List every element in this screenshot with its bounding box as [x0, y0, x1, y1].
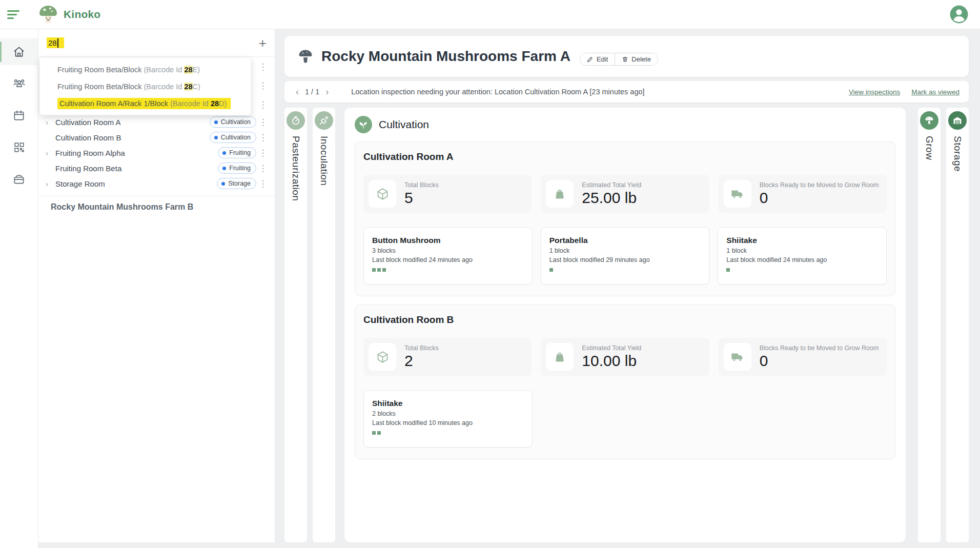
rail-qr-scan[interactable]	[0, 134, 38, 160]
stat-total-blocks: Total Blocks2	[363, 338, 532, 376]
badge-dot-icon	[222, 151, 226, 155]
expand-chevron-icon[interactable]: ›	[46, 149, 55, 157]
expand-chevron-icon[interactable]: ›	[46, 180, 55, 188]
next-chevron-icon[interactable]: ›	[323, 87, 331, 96]
stat-estimated-yield: Estimated Total Yield10.00 lb	[541, 338, 709, 376]
suggestion-item[interactable]: Fruiting Room Beta/Block (Barcode Id 28E…	[40, 61, 251, 78]
notification-page-indicator: 1 / 1	[305, 88, 319, 96]
row-menu-icon[interactable]: ⋮	[256, 118, 270, 127]
tree-row-fruiting-room-beta[interactable]: Fruiting Room Beta Fruiting ⋮	[38, 160, 275, 176]
mushroom-logo-icon	[38, 4, 58, 25]
row-menu-icon[interactable]: ⋮	[256, 179, 270, 188]
badge-dot-icon	[214, 120, 218, 124]
sprout-icon	[355, 116, 372, 133]
badge-dot-icon	[221, 182, 225, 186]
stage-name: Pasteurization	[290, 136, 301, 201]
qr-code-icon	[13, 141, 26, 154]
block-squares	[549, 268, 701, 272]
users-icon	[12, 77, 26, 91]
variety-card-portabella[interactable]: Portabella 1 block Last block modified 2…	[541, 227, 710, 285]
tree-row-storage-room[interactable]: › Storage Room Storage ⋮	[38, 176, 275, 191]
variety-card-shiitake[interactable]: Shiitake 2 blocks Last block modified 10…	[363, 390, 533, 448]
mark-as-viewed-link[interactable]: Mark as viewed	[911, 88, 959, 96]
cube-icon	[369, 180, 396, 208]
block-squares	[372, 268, 524, 272]
location-type-badge: Fruiting	[218, 147, 256, 158]
room-section-cultivation-b: Cultivation Room B Total Blocks2	[355, 305, 895, 459]
stat-total-blocks: Total Blocks5	[363, 175, 532, 213]
app-name: Kinoko	[64, 8, 100, 21]
location-type-badge: Cultivation	[210, 132, 256, 143]
badge-dot-icon	[214, 136, 218, 139]
stage-column-storage[interactable]: Storage	[946, 108, 969, 542]
trash-icon	[622, 56, 628, 63]
rail-calendar[interactable]	[0, 102, 38, 129]
tree-row-fruiting-room-alpha[interactable]: › Fruiting Room Alpha Fruiting ⋮	[38, 145, 275, 160]
rail-home[interactable]	[0, 38, 38, 65]
rail-users[interactable]	[0, 70, 38, 97]
tree-row-farm-b[interactable]: Rocky Mountain Mushrooms Farm B	[38, 196, 275, 212]
calendar-icon	[12, 109, 26, 122]
stage-column-inoculation[interactable]: Inoculation	[313, 108, 335, 542]
cube-icon	[369, 343, 396, 371]
main-content: Rocky Mountain Mushrooms Farm A Edit Del…	[275, 29, 980, 542]
block-squares	[372, 431, 524, 435]
suggestion-item[interactable]: Fruiting Room Beta/Block (Barcode Id 28C…	[40, 78, 251, 95]
room-title: Cultivation Room A	[363, 151, 887, 163]
notification-message: Location inspection needing your attenti…	[351, 88, 644, 96]
stage-name: Grow	[924, 136, 935, 160]
search-query-highlight: 28	[47, 37, 64, 48]
farm-header-card: Rocky Mountain Mushrooms Farm A Edit Del…	[284, 36, 969, 77]
add-location-button[interactable]: +	[259, 38, 267, 48]
farm-actions: Edit Delete	[580, 53, 658, 66]
stage-name: Storage	[952, 136, 963, 172]
truck-icon	[724, 343, 751, 371]
block-squares	[726, 268, 878, 272]
stat-estimated-yield: Estimated Total Yield25.00 lb	[541, 175, 709, 213]
row-menu-icon[interactable]: ⋮	[256, 133, 270, 142]
row-menu-icon[interactable]: ⋮	[256, 100, 270, 109]
suggestion-item-selected[interactable]: Cultivation Room A/Rack 1/Block (Barcode…	[40, 95, 251, 112]
view-inspections-link[interactable]: View inspections	[849, 88, 900, 96]
row-menu-icon[interactable]: ⋮	[256, 82, 270, 90]
search-suggestions-dropdown: Fruiting Room Beta/Block (Barcode Id 28E…	[39, 57, 251, 115]
location-type-badge: Cultivation	[210, 116, 256, 128]
gauge-icon	[287, 111, 305, 130]
stage-column-grow[interactable]: Grow	[918, 108, 941, 542]
stage-name: Inoculation	[318, 136, 330, 186]
syringe-icon	[315, 111, 333, 130]
location-type-badge: Fruiting	[218, 163, 256, 174]
tree-row-cultivation-room-b[interactable]: Cultivation Room B Cultivation ⋮	[38, 130, 275, 145]
mushroom-icon	[920, 111, 938, 130]
expand-chevron-icon[interactable]: ›	[46, 118, 55, 126]
stat-blocks-ready: Blocks Ready to be Moved to Grow Room0	[719, 175, 887, 213]
pencil-icon	[587, 56, 594, 63]
row-menu-icon[interactable]: ⋮	[256, 63, 270, 71]
menu-icon[interactable]	[7, 8, 23, 21]
truck-icon	[724, 180, 751, 208]
row-menu-icon[interactable]: ⋮	[256, 149, 270, 157]
edit-button[interactable]: Edit	[580, 53, 615, 65]
prev-chevron-icon[interactable]: ‹	[294, 87, 301, 96]
top-bar: Kinoko	[0, 0, 980, 29]
delete-button[interactable]: Delete	[615, 53, 658, 65]
page-title: Rocky Mountain Mushrooms Farm A	[321, 48, 570, 65]
notification-bar: ‹ 1 / 1 › Location inspection needing yo…	[284, 81, 969, 103]
warehouse-icon	[948, 111, 967, 130]
rail-inventory[interactable]	[0, 166, 38, 192]
icon-rail	[0, 29, 38, 548]
mushroom-icon	[298, 49, 313, 64]
row-menu-icon[interactable]: ⋮	[256, 164, 270, 173]
app-logo: Kinoko	[38, 4, 100, 25]
location-tree-panel: 28 + Fruiting Room Beta/Block (Barcode I…	[38, 29, 275, 542]
home-icon	[12, 45, 26, 58]
stage-column-pasteurization[interactable]: Pasteurization	[284, 108, 307, 542]
tree-search-input[interactable]: 28 +	[38, 29, 275, 57]
text-caret	[57, 38, 58, 48]
cultivation-panel: Cultivation Cultivation Room A Total Blo…	[344, 108, 906, 542]
tree-row-cultivation-room-a[interactable]: › Cultivation Room A Cultivation ⋮	[38, 114, 275, 130]
room-title: Cultivation Room B	[363, 314, 887, 326]
variety-card-shiitake[interactable]: Shiitake 1 block Last block modified 24 …	[718, 227, 887, 285]
variety-card-button-mushroom[interactable]: Button Mushroom 3 blocks Last block modi…	[363, 227, 533, 285]
user-avatar[interactable]	[949, 5, 969, 24]
